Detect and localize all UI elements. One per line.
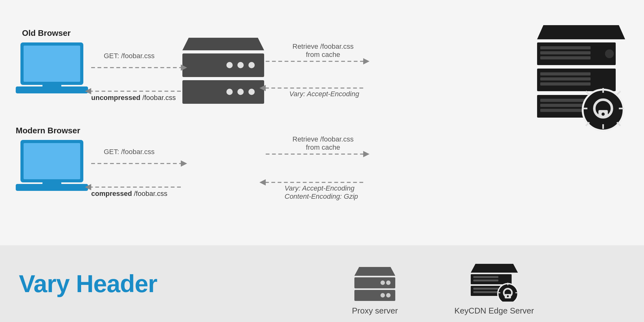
proxy-server-icon <box>182 38 264 162</box>
svg-point-62 <box>386 280 391 285</box>
svg-marker-8 <box>182 38 264 50</box>
svg-point-10 <box>226 62 233 68</box>
svg-rect-1 <box>24 46 80 82</box>
main-container: Old Browser Modern Browser <box>0 0 644 322</box>
uncompressed-bold: uncompressed <box>91 94 141 102</box>
svg-point-76 <box>507 295 509 297</box>
svg-marker-56 <box>363 151 369 157</box>
svg-rect-68 <box>473 276 498 278</box>
svg-rect-3 <box>42 84 61 88</box>
vary-header-title: Vary Header <box>19 269 157 298</box>
svg-point-65 <box>386 293 391 297</box>
svg-point-12 <box>248 62 255 68</box>
svg-point-61 <box>380 280 385 285</box>
retrieve-bottom-label: Retrieve /foobar.cssfrom cache <box>292 135 353 152</box>
proxy-legend-label: Proxy server <box>352 306 398 316</box>
modern-get-label: GET: /foobar.css <box>104 148 154 156</box>
old-browser-label: Old Browser <box>22 28 71 38</box>
svg-rect-69 <box>473 280 498 281</box>
retrieve-top-label: Retrieve /foobar.cssfrom cache <box>292 42 353 59</box>
svg-rect-71 <box>473 288 498 290</box>
svg-point-16 <box>248 89 255 95</box>
svg-point-22 <box>605 49 614 58</box>
svg-point-15 <box>237 89 244 95</box>
svg-marker-52 <box>363 58 369 64</box>
svg-point-11 <box>237 62 244 68</box>
modern-response-file: /foobar.css <box>134 190 167 197</box>
modern-response-label: compressed /foobar.css <box>91 190 167 198</box>
diagram-area: Old Browser Modern Browser <box>0 0 644 245</box>
vary-bottom-label: Vary: Accept-EncodingContent-Encoding: G… <box>285 184 358 201</box>
svg-line-41 <box>617 91 620 95</box>
svg-rect-67 <box>471 274 512 284</box>
old-response-file: /foobar.css <box>142 94 176 102</box>
svg-rect-19 <box>540 46 591 49</box>
vary-top-label: Vary: Accept-Encoding <box>289 90 359 98</box>
svg-rect-5 <box>24 143 80 179</box>
cdn-legend-label: KeyCDN Edge Server <box>454 306 534 316</box>
svg-point-34 <box>602 113 605 116</box>
compressed-bold: compressed <box>91 190 132 197</box>
legend-container: Proxy server <box>352 264 534 316</box>
svg-rect-7 <box>42 182 61 186</box>
old-browser-laptop <box>16 41 88 100</box>
bottom-area: Vary Header Proxy server <box>0 245 644 322</box>
old-response-label: uncompressed /foobar.css <box>91 94 176 102</box>
svg-rect-26 <box>540 82 591 86</box>
svg-rect-21 <box>540 56 591 59</box>
proxy-legend-icon <box>354 267 395 302</box>
svg-rect-72 <box>473 291 498 293</box>
svg-rect-28 <box>540 99 591 102</box>
svg-rect-25 <box>540 77 591 80</box>
old-get-label: GET: /foobar.css <box>104 52 154 60</box>
svg-point-73 <box>498 284 518 302</box>
proxy-legend-item: Proxy server <box>352 267 398 316</box>
svg-marker-58 <box>259 179 266 186</box>
svg-rect-20 <box>540 51 591 54</box>
modern-browser-laptop <box>16 138 88 198</box>
modern-browser-label: Modern Browser <box>16 126 80 136</box>
svg-marker-66 <box>471 264 518 273</box>
svg-point-64 <box>380 293 385 297</box>
cdn-server-icon <box>537 25 625 168</box>
svg-point-14 <box>226 89 233 95</box>
svg-line-39 <box>586 91 589 95</box>
svg-marker-59 <box>354 267 395 276</box>
cdn-legend-item: KeyCDN Edge Server <box>454 264 534 316</box>
svg-marker-17 <box>537 25 625 39</box>
svg-rect-24 <box>540 72 591 75</box>
cdn-legend-icon <box>471 264 518 302</box>
